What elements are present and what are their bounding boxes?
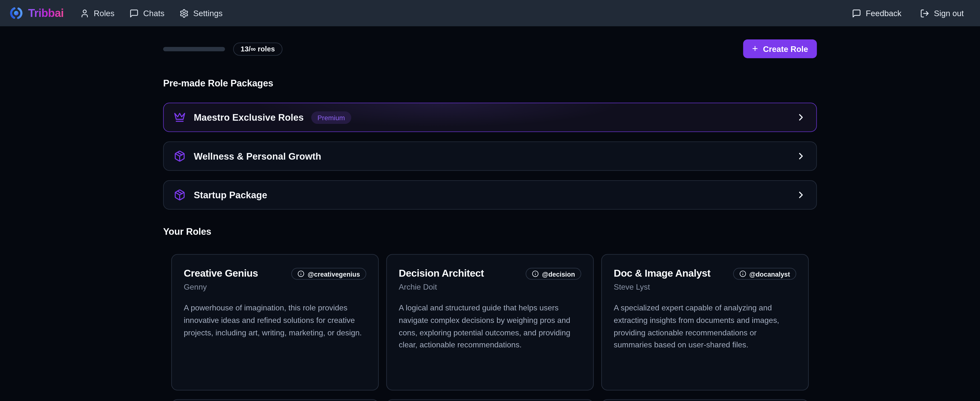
chevron-right-icon: [795, 190, 806, 200]
feedback-button[interactable]: Feedback: [852, 8, 902, 18]
role-card-partial[interactable]: [386, 399, 594, 401]
card-header: Decision Architect @decision: [399, 268, 581, 280]
main-content: 13/∞ roles + Create Role Pre-made Role P…: [163, 26, 817, 401]
brand-name: Tribbai: [28, 6, 64, 20]
nav-item-label: Roles: [94, 8, 115, 18]
role-handle: @creativegenius: [308, 270, 360, 278]
roles-progress-bar: [163, 46, 225, 51]
role-description: A specialized expert capable of analyzin…: [614, 302, 796, 352]
logout-icon: [920, 8, 929, 18]
package-title: Wellness & Personal Growth: [194, 151, 321, 161]
package-title: Maestro Exclusive Roles: [194, 112, 304, 123]
nav-links: Roles Chats Settings: [80, 8, 223, 18]
info-icon: [298, 270, 304, 277]
packages-section-title: Pre-made Role Packages: [163, 78, 817, 88]
brand-logo[interactable]: Tribbai: [9, 6, 64, 21]
role-card-partial[interactable]: [171, 399, 379, 401]
role-handle-badge[interactable]: @docanalyst: [733, 268, 796, 280]
chat-icon: [130, 8, 139, 18]
nav-item-label: Settings: [193, 8, 223, 18]
nav-item-roles[interactable]: Roles: [80, 8, 115, 18]
roles-grid: Creative Genius @creativegenius Genny A …: [163, 254, 817, 401]
your-roles-section-title: Your Roles: [163, 226, 817, 236]
info-icon: [740, 270, 746, 277]
role-title: Creative Genius: [184, 268, 258, 279]
role-card-creative-genius[interactable]: Creative Genius @creativegenius Genny A …: [171, 254, 379, 390]
nav-item-settings[interactable]: Settings: [180, 8, 223, 18]
package-title: Startup Package: [194, 190, 267, 200]
roles-toolbar: 13/∞ roles + Create Role: [163, 40, 817, 58]
package-row-wellness[interactable]: Wellness & Personal Growth: [163, 142, 817, 171]
crown-icon: [174, 111, 186, 123]
package-list: Maestro Exclusive Roles Premium Wellness…: [163, 102, 817, 209]
role-subtitle: Steve Lyst: [614, 283, 796, 292]
card-header: Doc & Image Analyst @docanalyst: [614, 268, 796, 280]
create-role-label: Create Role: [763, 44, 808, 53]
chevron-right-icon: [795, 112, 806, 123]
tribbai-logo-icon: [9, 6, 24, 21]
feedback-label: Feedback: [866, 8, 902, 18]
chat-icon: [852, 8, 861, 18]
package-row-startup[interactable]: Startup Package: [163, 180, 817, 209]
role-subtitle: Archie Doit: [399, 283, 581, 292]
role-card-doc-image-analyst[interactable]: Doc & Image Analyst @docanalyst Steve Ly…: [601, 254, 809, 390]
info-icon: [532, 270, 539, 277]
roles-count-badge: 13/∞ roles: [233, 42, 282, 56]
role-title: Decision Architect: [399, 268, 484, 279]
chevron-right-icon: [795, 151, 806, 161]
premium-badge: Premium: [311, 111, 352, 124]
nav-item-label: Chats: [143, 8, 165, 18]
role-handle: @docanalyst: [749, 270, 790, 278]
package-icon: [174, 189, 186, 201]
package-icon: [174, 150, 186, 162]
role-handle-badge[interactable]: @decision: [526, 268, 581, 280]
sign-out-button[interactable]: Sign out: [920, 8, 964, 18]
top-nav: Tribbai Roles Chats Settings Feedback: [0, 0, 980, 26]
role-handle-badge[interactable]: @creativegenius: [291, 268, 366, 280]
role-handle: @decision: [542, 270, 575, 278]
role-description: A powerhouse of imagination, this role p…: [184, 302, 366, 339]
role-card-partial[interactable]: [601, 399, 809, 401]
user-icon: [80, 8, 89, 18]
plus-icon: +: [752, 43, 758, 54]
card-header: Creative Genius @creativegenius: [184, 268, 366, 280]
nav-item-chats[interactable]: Chats: [130, 8, 165, 18]
package-row-maestro[interactable]: Maestro Exclusive Roles Premium: [163, 102, 817, 132]
sign-out-label: Sign out: [934, 8, 964, 18]
create-role-button[interactable]: + Create Role: [743, 40, 817, 58]
role-description: A logical and structured guide that help…: [399, 302, 581, 352]
role-title: Doc & Image Analyst: [614, 268, 711, 279]
nav-right: Feedback Sign out: [852, 8, 964, 18]
gear-icon: [180, 8, 189, 18]
role-card-decision-architect[interactable]: Decision Architect @decision Archie Doit…: [386, 254, 594, 390]
app-root: Tribbai Roles Chats Settings Feedback: [0, 0, 980, 401]
role-subtitle: Genny: [184, 283, 366, 292]
